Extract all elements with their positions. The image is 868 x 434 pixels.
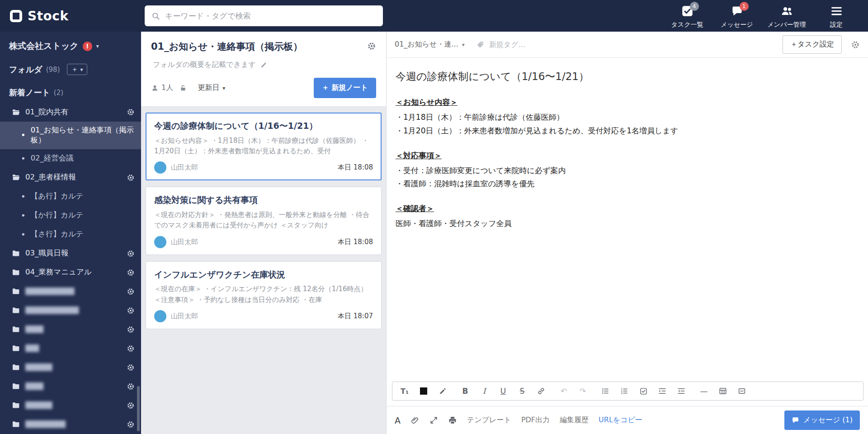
checkbox-icon <box>640 387 647 395</box>
table-button[interactable] <box>713 383 732 399</box>
sidebar-blurred-item[interactable]: ██████ <box>0 358 141 377</box>
sidebar-blurred-item[interactable]: ██████ <box>0 396 141 415</box>
note-author: 山田太郎 <box>171 312 333 321</box>
font-button[interactable]: A <box>395 415 401 425</box>
sidebar-blurred-item[interactable]: ███████████ <box>0 282 141 301</box>
breadcrumb[interactable]: 01_お知らせ・連... ▾ <box>395 40 465 49</box>
gear-icon[interactable] <box>127 108 135 116</box>
collapse-block-button[interactable] <box>732 383 751 399</box>
horizontal-rule-button[interactable]: — <box>694 383 713 399</box>
sidebar-note-item-selected[interactable]: • 01_お知らせ・連絡事項（掲示板） <box>0 122 141 149</box>
gear-icon[interactable] <box>127 363 135 372</box>
outdent-button[interactable] <box>672 383 691 399</box>
new-notes-header[interactable]: 新着ノート (2) <box>0 81 141 103</box>
nav-settings[interactable]: 設定 <box>814 3 859 29</box>
company-selector[interactable]: 株式会社ストック ! ▾ <box>0 32 141 58</box>
app-logo[interactable]: Stock <box>0 9 141 24</box>
indent-button[interactable] <box>653 383 672 399</box>
attachment-button[interactable] <box>410 416 420 425</box>
edit-history-button[interactable]: 編集履歴 <box>560 415 589 425</box>
sidebar-folder-item[interactable]: 03_職員日報 <box>0 244 141 263</box>
new-notes-count: (2) <box>54 89 63 97</box>
sidebar-note-item[interactable]: • 【あ行】カルテ <box>0 187 141 206</box>
note-list: 今週の診療体制について（1/16〜1/21） ＜お知らせ内容＞ ・1月18日（木… <box>141 107 386 434</box>
sidebar-folder-item[interactable]: 01_院内共有 <box>0 103 141 122</box>
note-body[interactable]: 今週の診療体制について（1/16〜1/21） ＜お知らせ内容＞ ・1月18日（木… <box>387 58 868 382</box>
chevron-down-icon: ▾ <box>222 85 225 91</box>
gear-icon[interactable] <box>127 288 135 296</box>
section-line: 医師・看護師・受付スタッフ全員 <box>396 217 856 231</box>
new-note-button[interactable]: ＋ 新規ノート <box>314 78 376 98</box>
redo-button[interactable]: ↷ <box>573 383 592 399</box>
message-button[interactable]: メッセージ (1) <box>784 410 860 430</box>
gear-icon[interactable] <box>127 269 135 277</box>
note-card-title: 今週の診療体制について（1/16〜1/21） <box>154 120 373 132</box>
members-count[interactable]: 1人 <box>151 83 173 93</box>
template-button[interactable]: テンプレート <box>467 415 511 425</box>
italic-button[interactable]: I <box>475 383 494 399</box>
note-settings-gear-icon[interactable] <box>851 40 860 49</box>
sidebar-blurred-item[interactable]: ████ <box>0 320 141 339</box>
search-input[interactable] <box>165 11 376 20</box>
sort-dropdown[interactable]: 更新日 ▾ <box>198 83 225 93</box>
topbar: Stock 4 タスク一覧 1 メッセージ メンバー管理 <box>0 0 868 32</box>
numbered-list-button[interactable] <box>615 383 634 399</box>
highlighter-button[interactable] <box>433 383 452 399</box>
gear-icon[interactable] <box>127 382 135 391</box>
bullet-list-button[interactable] <box>596 383 615 399</box>
search-box[interactable] <box>145 5 383 26</box>
text-color-button[interactable] <box>414 383 433 399</box>
print-button[interactable] <box>448 416 457 425</box>
bold-button[interactable]: B <box>456 383 475 399</box>
folder-open-icon <box>12 173 20 182</box>
gear-icon[interactable] <box>127 344 135 353</box>
gear-icon[interactable] <box>127 174 135 182</box>
sidebar-blurred-item[interactable]: ████ <box>0 377 141 396</box>
task-settings-button[interactable]: ＋タスク設定 <box>783 35 842 54</box>
undo-button[interactable]: ↶ <box>554 383 573 399</box>
link-button[interactable] <box>532 383 551 399</box>
copy-url-button[interactable]: URLをコピー <box>599 415 642 425</box>
sidebar-note-item[interactable]: • 【か行】カルテ <box>0 206 141 225</box>
fullscreen-button[interactable] <box>429 416 438 425</box>
checklist-button[interactable] <box>634 383 653 399</box>
gear-icon[interactable] <box>127 307 135 315</box>
new-tag-input[interactable] <box>489 40 557 49</box>
gear-icon[interactable] <box>127 326 135 334</box>
sidebar-folder-item[interactable]: 04_業務マニュアル <box>0 263 141 282</box>
stock-logo-icon <box>10 10 22 22</box>
pdf-export-button[interactable]: PDF出力 <box>521 415 550 425</box>
nav-member-management[interactable]: メンバー管理 <box>764 3 809 29</box>
sidebar-blurred-item[interactable]: ████████████ <box>0 301 141 320</box>
lock-open-icon[interactable] <box>179 85 187 92</box>
strikethrough-button[interactable]: S <box>513 383 532 399</box>
plus-icon: ＋ <box>71 65 78 74</box>
note-detail-column: 01_お知らせ・連... ▾ ＋タスク設定 今週の診療体制について（1/16〜1… <box>387 32 868 434</box>
nav-messages[interactable]: 1 メッセージ <box>714 3 760 29</box>
note-card-preview: ＜現在の対応方針＞ ・発熱患者は原則、一般外来と動線を分離 ・待合でのマスク未着… <box>154 210 373 231</box>
members-icon <box>780 5 793 17</box>
sidebar-note-item[interactable]: • 02_経営会議 <box>0 149 141 168</box>
underline-button[interactable]: U <box>494 383 513 399</box>
folders-count: (98) <box>46 66 60 74</box>
printer-icon <box>448 416 457 425</box>
sidebar-note-item[interactable]: • 【さ行】カルテ <box>0 225 141 244</box>
chevron-down-icon: ▾ <box>80 66 83 73</box>
note-card[interactable]: 感染対策に関する共有事項 ＜現在の対応方針＞ ・発熱患者は原則、一般外来と動線を… <box>146 187 382 255</box>
section-line: ・看護師：混雑時は採血室の誘導を優先 <box>396 177 856 191</box>
nav-task-list[interactable]: 4 タスク一覧 <box>665 3 710 29</box>
note-card-selected[interactable]: 今週の診療体制について（1/16〜1/21） ＜お知らせ内容＞ ・1月18日（木… <box>146 113 382 180</box>
text-style-button[interactable]: T₁ <box>395 383 414 399</box>
folder-settings-gear-icon[interactable] <box>367 41 376 51</box>
sidebar-blurred-item[interactable]: ███ <box>0 339 141 358</box>
gear-icon[interactable] <box>127 401 135 410</box>
sidebar-scrollbar[interactable] <box>137 386 140 431</box>
note-card[interactable]: インフルエンザワクチン在庫状況 ＜現在の在庫＞ ・インフルエンザワクチン：残 1… <box>146 261 382 329</box>
sidebar-blurred-item[interactable]: █████████ <box>0 415 141 434</box>
gear-icon[interactable] <box>127 250 135 258</box>
add-folder-button[interactable]: ＋ ▾ <box>67 64 87 75</box>
chevron-down-icon: ▾ <box>462 42 465 48</box>
sidebar-folder-item[interactable]: 02_患者様情報 <box>0 168 141 187</box>
gear-icon[interactable] <box>127 420 135 429</box>
folder-description[interactable]: フォルダの概要を記載できます <box>151 60 376 70</box>
